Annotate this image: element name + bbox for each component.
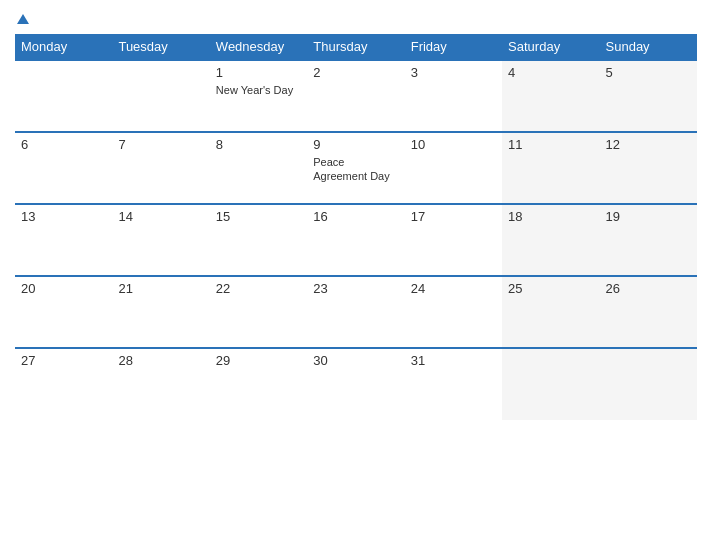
day-cell: 15 [210, 204, 307, 276]
day-number: 16 [313, 209, 398, 224]
day-cell [502, 348, 599, 420]
day-cell: 29 [210, 348, 307, 420]
day-number: 17 [411, 209, 496, 224]
day-cell: 5 [600, 60, 697, 132]
calendar-table: MondayTuesdayWednesdayThursdayFridaySatu… [15, 34, 697, 420]
day-number: 10 [411, 137, 496, 152]
day-number: 18 [508, 209, 593, 224]
calendar-container: MondayTuesdayWednesdayThursdayFridaySatu… [0, 0, 712, 550]
day-number: 27 [21, 353, 106, 368]
day-cell: 14 [112, 204, 209, 276]
week-row-1: 1New Year's Day2345 [15, 60, 697, 132]
week-row-4: 20212223242526 [15, 276, 697, 348]
day-number: 1 [216, 65, 301, 80]
week-row-2: 6789Peace Agreement Day101112 [15, 132, 697, 204]
day-cell: 9Peace Agreement Day [307, 132, 404, 204]
column-header-friday: Friday [405, 34, 502, 60]
day-cell: 18 [502, 204, 599, 276]
day-number: 19 [606, 209, 691, 224]
day-cell: 30 [307, 348, 404, 420]
day-cell: 16 [307, 204, 404, 276]
day-cell: 17 [405, 204, 502, 276]
day-cell [112, 60, 209, 132]
day-cell: 1New Year's Day [210, 60, 307, 132]
day-cell: 3 [405, 60, 502, 132]
day-cell: 26 [600, 276, 697, 348]
column-header-wednesday: Wednesday [210, 34, 307, 60]
day-cell: 20 [15, 276, 112, 348]
day-cell: 21 [112, 276, 209, 348]
day-number: 14 [118, 209, 203, 224]
day-cell: 27 [15, 348, 112, 420]
day-cell: 12 [600, 132, 697, 204]
day-cell: 8 [210, 132, 307, 204]
week-row-3: 13141516171819 [15, 204, 697, 276]
day-number: 3 [411, 65, 496, 80]
day-number: 6 [21, 137, 106, 152]
day-number: 8 [216, 137, 301, 152]
day-number: 12 [606, 137, 691, 152]
day-cell: 22 [210, 276, 307, 348]
calendar-header [15, 10, 697, 26]
column-header-thursday: Thursday [307, 34, 404, 60]
day-cell: 24 [405, 276, 502, 348]
day-headers: MondayTuesdayWednesdayThursdayFridaySatu… [15, 34, 697, 60]
day-cell: 25 [502, 276, 599, 348]
day-number: 2 [313, 65, 398, 80]
day-cell [15, 60, 112, 132]
holiday-label: Peace Agreement Day [313, 155, 398, 184]
day-number: 13 [21, 209, 106, 224]
day-number: 7 [118, 137, 203, 152]
day-cell: 4 [502, 60, 599, 132]
day-cell [600, 348, 697, 420]
day-number: 9 [313, 137, 398, 152]
day-number: 15 [216, 209, 301, 224]
day-number: 20 [21, 281, 106, 296]
day-number: 4 [508, 65, 593, 80]
holiday-label: New Year's Day [216, 83, 301, 97]
day-number: 25 [508, 281, 593, 296]
column-header-tuesday: Tuesday [112, 34, 209, 60]
day-number: 26 [606, 281, 691, 296]
logo-general [15, 10, 29, 26]
day-number: 22 [216, 281, 301, 296]
day-cell: 2 [307, 60, 404, 132]
day-number: 11 [508, 137, 593, 152]
day-number: 30 [313, 353, 398, 368]
day-cell: 28 [112, 348, 209, 420]
day-cell: 6 [15, 132, 112, 204]
day-number: 24 [411, 281, 496, 296]
day-number: 5 [606, 65, 691, 80]
day-cell: 13 [15, 204, 112, 276]
logo-triangle-icon [17, 14, 29, 24]
logo [15, 10, 29, 26]
column-header-monday: Monday [15, 34, 112, 60]
day-cell: 7 [112, 132, 209, 204]
day-number: 21 [118, 281, 203, 296]
day-number: 29 [216, 353, 301, 368]
day-cell: 19 [600, 204, 697, 276]
column-header-saturday: Saturday [502, 34, 599, 60]
day-cell: 11 [502, 132, 599, 204]
day-number: 28 [118, 353, 203, 368]
day-cell: 23 [307, 276, 404, 348]
column-header-sunday: Sunday [600, 34, 697, 60]
day-number: 23 [313, 281, 398, 296]
day-cell: 10 [405, 132, 502, 204]
day-cell: 31 [405, 348, 502, 420]
week-row-5: 2728293031 [15, 348, 697, 420]
day-number: 31 [411, 353, 496, 368]
calendar-body: 1New Year's Day23456789Peace Agreement D… [15, 60, 697, 420]
calendar-header-row: MondayTuesdayWednesdayThursdayFridaySatu… [15, 34, 697, 60]
